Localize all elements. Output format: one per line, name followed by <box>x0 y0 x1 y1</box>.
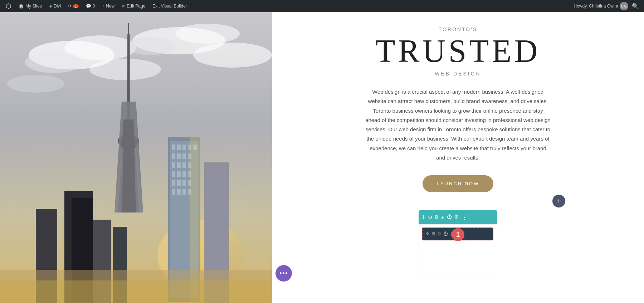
divi-menu[interactable]: ◈ Divi <box>46 0 64 12</box>
svg-marker-15 <box>127 34 130 102</box>
svg-rect-37 <box>177 171 181 177</box>
svg-point-8 <box>125 37 175 55</box>
svg-rect-45 <box>177 189 181 195</box>
svg-rect-28 <box>172 153 175 159</box>
wp-icon: ⬡ <box>6 2 11 10</box>
settings-icon[interactable]: ⚙ <box>428 214 433 220</box>
move-icon[interactable]: ✛ <box>421 214 426 220</box>
web-design-label: WEB DESIGN <box>435 71 481 77</box>
trusted-heading: TRUSTED <box>376 35 541 67</box>
avatar[interactable]: CG <box>620 2 628 10</box>
launch-now-button[interactable]: LAUNCH NOW <box>423 175 494 192</box>
update-count-badge: 1 <box>73 4 79 8</box>
svg-rect-34 <box>182 162 186 168</box>
page-content: TORONTO'S TRUSTED WEB DESIGN Web design … <box>0 12 644 303</box>
svg-rect-57 <box>0 280 272 303</box>
divi-section-content: ✛ ⚙ ⧉ ⏻ 🗑 ⋮ 1 <box>419 224 497 274</box>
inner-clone-icon[interactable]: ⧉ <box>438 231 441 237</box>
svg-rect-38 <box>182 171 186 177</box>
hero-image-panel <box>0 12 272 303</box>
divi-outer-toolbar: ✛ ⚙ ⧉ ⊞ ⏻ 🗑 ⋮ <box>419 210 497 224</box>
number-badge: 1 <box>452 228 464 241</box>
wp-logo[interactable]: ⬡ <box>3 0 14 12</box>
svg-rect-24 <box>177 145 181 150</box>
comments-menu[interactable]: 💬 0 <box>83 0 98 12</box>
admin-bar: ⬡ 🏠 My Sites ◈ Divi ↺ 1 💬 0 + New ✏ Edit… <box>0 0 644 12</box>
clone-icon[interactable]: ⧉ <box>435 214 438 220</box>
torontos-label: TORONTO'S <box>439 26 478 32</box>
more-icon[interactable]: ⋮ <box>461 213 468 221</box>
svg-rect-32 <box>172 162 175 168</box>
my-sites-menu[interactable]: 🏠 My Sites <box>16 0 45 12</box>
svg-rect-30 <box>182 153 186 159</box>
content-panel: TORONTO'S TRUSTED WEB DESIGN Web design … <box>272 12 644 303</box>
inner-move-icon[interactable]: ✛ <box>425 231 429 237</box>
inner-power-icon[interactable]: ⏻ <box>443 231 448 237</box>
admin-bar-right: Howdy, Christina Gwira CG 🔍 <box>574 2 641 10</box>
divi-icon: ◈ <box>49 4 52 9</box>
inner-settings-icon[interactable]: ⚙ <box>431 231 436 237</box>
comments-icon: 💬 <box>86 4 91 9</box>
svg-rect-40 <box>172 180 175 186</box>
grid-icon[interactable]: ⊞ <box>440 214 445 220</box>
city-image <box>0 12 272 303</box>
description-text: Web design is a crucial aspect of any mo… <box>365 87 551 162</box>
svg-point-5 <box>25 52 82 73</box>
svg-rect-25 <box>182 145 186 150</box>
svg-rect-42 <box>182 180 186 186</box>
svg-point-11 <box>89 59 161 80</box>
svg-rect-36 <box>172 171 175 177</box>
power-icon[interactable]: ⏻ <box>447 214 452 220</box>
updates-menu[interactable]: ↺ 1 <box>65 0 82 12</box>
my-sites-icon: 🏠 <box>19 4 24 9</box>
svg-rect-46 <box>182 189 186 195</box>
svg-rect-29 <box>177 153 181 159</box>
options-dots-button[interactable]: ••• <box>275 265 292 282</box>
svg-rect-23 <box>172 145 175 150</box>
plus-icon: + <box>102 4 104 9</box>
svg-point-10 <box>7 75 64 93</box>
exit-vb-btn[interactable]: Exit Visual Builder <box>150 0 190 12</box>
search-icon[interactable]: 🔍 <box>630 3 641 10</box>
howdy-label: Howdy, Christina Gwira <box>574 4 618 9</box>
pencil-icon: ✏ <box>122 4 125 9</box>
svg-rect-33 <box>177 162 181 168</box>
updates-icon: ↺ <box>68 4 72 9</box>
trash-icon[interactable]: 🗑 <box>454 214 459 220</box>
svg-point-9 <box>193 43 272 68</box>
svg-rect-44 <box>172 189 175 195</box>
new-menu[interactable]: + New <box>99 0 117 12</box>
svg-rect-41 <box>177 180 181 186</box>
svg-point-7 <box>175 24 240 44</box>
edit-page-btn[interactable]: ✏ Edit Page <box>119 0 148 12</box>
divi-builder-section: ✛ ⚙ ⧉ ⊞ ⏻ 🗑 ⋮ ✛ ⚙ ⧉ ⏻ 🗑 ⋮ <box>419 210 497 274</box>
add-section-button[interactable]: + <box>552 195 565 207</box>
